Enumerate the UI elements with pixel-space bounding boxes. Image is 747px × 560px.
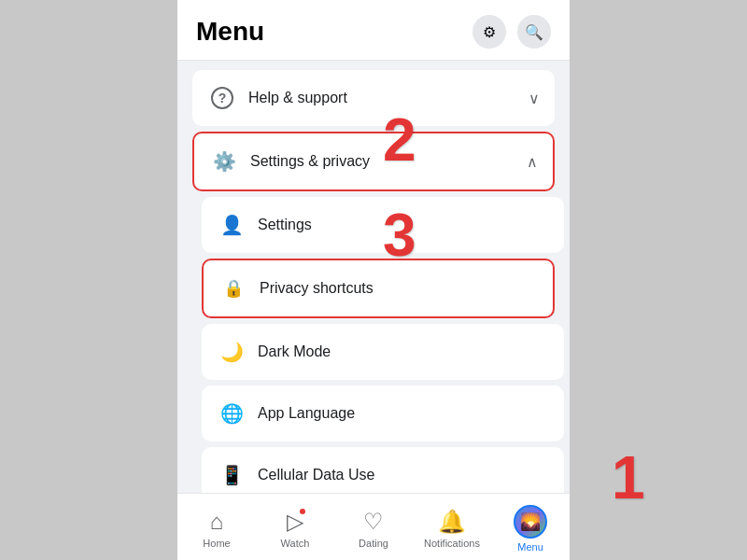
- nav-item-home[interactable]: ⌂ Home: [177, 509, 256, 549]
- cellular-data-label: Cellular Data Use: [258, 467, 549, 483]
- moon-icon: 🌙: [217, 337, 247, 367]
- privacy-shortcuts-label: Privacy shortcuts: [260, 280, 538, 297]
- header-icons: ⚙ 🔍: [472, 15, 551, 49]
- menu-item-privacy-shortcuts[interactable]: 🔒 Privacy shortcuts: [202, 259, 555, 318]
- menu-item-cellular-data[interactable]: 📱 Cellular Data Use: [202, 447, 564, 493]
- dark-mode-label: Dark Mode: [258, 343, 549, 360]
- header: Menu ⚙ 🔍: [177, 0, 570, 61]
- notifications-icon: 🔔: [438, 509, 466, 535]
- nav-item-dating[interactable]: ♡ Dating: [334, 509, 413, 549]
- nav-item-notifications[interactable]: 🔔 Notifications: [413, 509, 491, 549]
- annotation-2: 2: [383, 110, 416, 170]
- menu-item-help-support[interactable]: ? Help & support: [192, 70, 555, 126]
- menu-item-settings-privacy[interactable]: ⚙️ Settings & privacy: [192, 132, 555, 191]
- menu-item-dark-mode[interactable]: 🌙 Dark Mode: [202, 324, 564, 380]
- search-icon: 🔍: [525, 23, 543, 41]
- home-icon: ⌂: [210, 509, 224, 535]
- bottom-nav: ⌂ Home ▷ Watch ♡ Dating 🔔 Notifications: [177, 493, 570, 560]
- chevron-up-icon: [527, 153, 538, 171]
- avatar: 🌄: [514, 505, 547, 539]
- lock-icon: 🔒: [218, 273, 248, 303]
- app-language-label: App Language: [258, 405, 549, 422]
- question-icon: ?: [207, 83, 237, 113]
- home-label: Home: [203, 538, 230, 549]
- notifications-label: Notifications: [424, 538, 480, 549]
- gear-icon-button[interactable]: ⚙: [472, 15, 506, 49]
- gear-icon: ⚙: [483, 23, 496, 41]
- search-icon-button[interactable]: 🔍: [517, 15, 551, 49]
- dating-icon: ♡: [363, 509, 384, 535]
- watch-icon: ▷: [287, 509, 303, 535]
- menu-item-app-language[interactable]: 🌐 App Language: [202, 385, 564, 441]
- chevron-down-icon: [529, 90, 540, 107]
- dating-label: Dating: [359, 538, 388, 549]
- watch-label: Watch: [281, 538, 310, 549]
- help-support-label: Help & support: [248, 90, 517, 106]
- annotation-1: 1: [612, 448, 645, 508]
- person-icon: 👤: [217, 210, 247, 240]
- menu-nav-label: Menu: [517, 541, 543, 553]
- settings-privacy-icon: ⚙️: [209, 147, 239, 176]
- menu-content: ? Help & support ⚙️ Settings & privacy 👤…: [177, 61, 570, 493]
- nav-item-watch[interactable]: ▷ Watch: [256, 509, 334, 549]
- annotation-3: 3: [383, 205, 416, 265]
- phone-icon: 📱: [217, 460, 247, 490]
- globe-icon: 🌐: [217, 399, 247, 428]
- watch-notification-dot: [298, 507, 307, 516]
- nav-item-menu[interactable]: 🌄 Menu: [491, 505, 570, 553]
- page-title: Menu: [196, 17, 264, 47]
